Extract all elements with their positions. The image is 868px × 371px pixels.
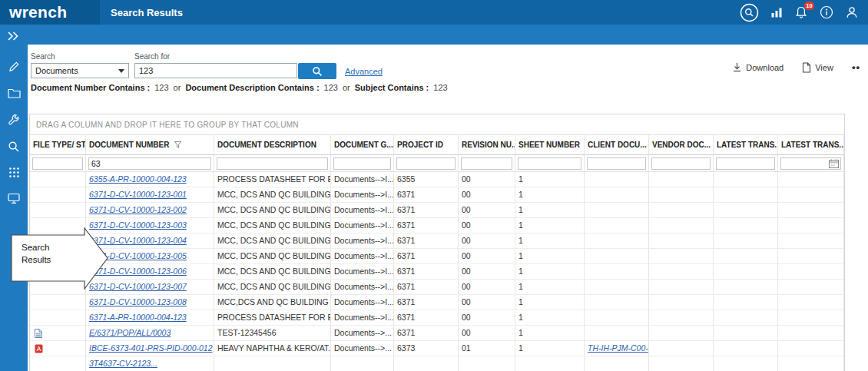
vendor_doc-cell <box>649 203 714 217</box>
app-logo[interactable]: wrench <box>0 0 100 25</box>
folder-icon[interactable] <box>0 84 28 102</box>
chevron-down-icon <box>118 69 124 73</box>
column-header-label: LATEST TRANS... <box>717 141 778 149</box>
latest_trans2-cell <box>778 280 844 294</box>
document_group-cell: Documents-->I... <box>331 203 394 217</box>
file-type-cell <box>30 187 86 202</box>
group-by-dropzone[interactable]: DRAG A COLUMN AND DROP IT HERE TO GROUP … <box>30 114 844 135</box>
document-number-link[interactable]: 6371-A-PR-10000-004-123 <box>89 313 187 322</box>
client_doc-cell <box>585 234 649 248</box>
document-number-link[interactable]: 6371-D-CV-10000-123-008 <box>89 297 187 306</box>
column-header-description[interactable]: DOCUMENT DESCRIPTION <box>214 135 331 154</box>
column-header-sheet[interactable]: SHEET NUMBER <box>515 135 585 154</box>
search-type-select[interactable]: Documents <box>31 63 129 78</box>
profile-icon[interactable] <box>845 5 859 19</box>
client-doc-link[interactable]: TH-IH-PJM-C00-L- <box>588 343 649 353</box>
criteria-value: 123 <box>433 83 447 92</box>
revision-cell: 00 <box>459 218 515 233</box>
filter-input-project_id[interactable] <box>396 157 456 170</box>
column-header-label: PROJECT ID <box>397 141 443 149</box>
column-header-latest_trans1[interactable]: LATEST TRANS... <box>714 135 778 154</box>
column-header-document_group[interactable]: DOCUMENT G... <box>331 135 394 154</box>
column-header-latest_trans2[interactable]: LATEST TRANS... <box>778 135 844 154</box>
monitor-icon[interactable] <box>0 189 28 207</box>
latest_trans1-cell <box>714 356 778 371</box>
document-number-link[interactable]: 3T4637-CV-2123... <box>89 359 157 368</box>
document_group-cell: Documents-->... <box>331 341 394 356</box>
column-header-file_type[interactable]: FILE TYPE/ STA... <box>30 135 86 154</box>
document-number-link[interactable]: 6371-D-CV-10000-123-002 <box>89 205 187 214</box>
revision-cell: 00 <box>459 249 515 263</box>
filter-cell-description <box>214 155 331 172</box>
expand-sidebar-icon[interactable] <box>7 30 19 44</box>
description-cell: MCC, DCS AND QC BUILDING... <box>214 187 331 202</box>
view-label: View <box>815 63 833 72</box>
latest_trans2-cell <box>778 187 844 202</box>
search-icon[interactable] <box>0 137 28 156</box>
document-number-link[interactable]: E/6371/POP/ALL/0003 <box>89 328 171 337</box>
filter-cell-vendor_doc <box>649 155 714 172</box>
document-number-link[interactable]: 6355-A-PR-10000-004-123 <box>89 174 187 184</box>
filter-input-revision[interactable] <box>461 157 512 170</box>
criteria-value: 123 <box>154 83 168 92</box>
latest_trans2-cell <box>778 234 844 248</box>
column-header-client_doc[interactable]: CLIENT DOCU... <box>585 135 649 154</box>
file-type-cell <box>30 172 86 187</box>
column-header-document_number[interactable]: DOCUMENT NUMBER <box>86 135 214 154</box>
more-options-button[interactable]: •• <box>852 61 860 73</box>
document-number-cell: 6371-D-CV-10000-123-008 <box>86 295 214 310</box>
info-icon[interactable] <box>820 5 833 19</box>
filter-input-document_number[interactable] <box>88 157 211 170</box>
filter-icon[interactable] <box>174 141 182 149</box>
download-button[interactable]: Download <box>732 62 784 72</box>
search-for-label: Search for <box>134 52 170 61</box>
stats-icon[interactable] <box>770 6 783 18</box>
document-number-link[interactable]: IBCE-6373-401-PRS-PID-000-012 <box>89 343 213 353</box>
filter-input-file_type[interactable] <box>32 157 83 170</box>
column-header-project_id[interactable]: PROJECT ID <box>394 135 459 154</box>
column-header-label: DOCUMENT NUMBER <box>89 141 169 149</box>
latest_trans1-cell <box>714 280 778 294</box>
apps-icon[interactable] <box>0 163 28 181</box>
column-header-revision[interactable]: REVISION NU... <box>459 135 515 154</box>
table-row: 6371-D-CV-10000-123-006MCC, DCS AND QC B… <box>30 264 844 280</box>
latest_trans1-cell <box>714 203 778 217</box>
sheet-cell: 1 <box>515 249 585 263</box>
edit-icon[interactable] <box>0 57 28 75</box>
search-input[interactable] <box>134 63 297 78</box>
column-header-vendor_doc[interactable]: VENDOR DOC... <box>649 135 714 154</box>
revision-cell: 00 <box>459 326 515 340</box>
advanced-link[interactable]: Advanced <box>345 67 383 76</box>
results-grid: DRAG A COLUMN AND DROP IT HERE TO GROUP … <box>29 114 845 371</box>
filter-input-client_doc[interactable] <box>587 157 646 170</box>
file-type-cell <box>30 310 86 325</box>
filter-input-latest_trans1[interactable] <box>716 157 775 170</box>
description-cell <box>214 356 331 371</box>
vendor_doc-cell <box>649 280 714 294</box>
filter-input-document_group[interactable] <box>333 157 391 170</box>
revision-cell <box>459 356 515 371</box>
filter-input-description[interactable] <box>217 157 328 170</box>
latest_trans1-cell <box>714 187 778 202</box>
table-row: 6371-A-PR-10000-004-123PROCESS DATASHEET… <box>30 310 844 326</box>
column-header-label: SHEET NUMBER <box>518 141 580 149</box>
document-number-link[interactable]: 6371-D-CV-10000-123-001 <box>89 190 187 199</box>
revision-cell: 01 <box>459 341 515 356</box>
description-cell: MCC, DCS AND QC BUILDING... <box>214 264 331 279</box>
latest_trans2-cell <box>778 218 844 233</box>
view-button[interactable]: View <box>802 62 833 73</box>
filter-input-vendor_doc[interactable] <box>651 157 711 170</box>
latest_trans1-cell <box>714 249 778 263</box>
tools-icon[interactable] <box>0 111 28 129</box>
calendar-icon[interactable] <box>829 159 839 168</box>
client_doc-cell <box>585 218 649 233</box>
document_group-cell: Documents-->I... <box>331 187 394 202</box>
notifications-icon[interactable]: 10 <box>794 5 808 19</box>
search-button[interactable] <box>298 63 336 79</box>
vendor_doc-cell <box>649 264 714 279</box>
description-cell: PROCESS DATASHEET FOR E-... <box>214 172 331 187</box>
filter-cell-latest_trans1 <box>714 155 778 172</box>
table-row: 6371-D-CV-10000-123-005MCC, DCS AND QC B… <box>30 249 844 264</box>
global-search-icon[interactable] <box>740 3 759 22</box>
filter-input-sheet[interactable] <box>518 157 581 170</box>
